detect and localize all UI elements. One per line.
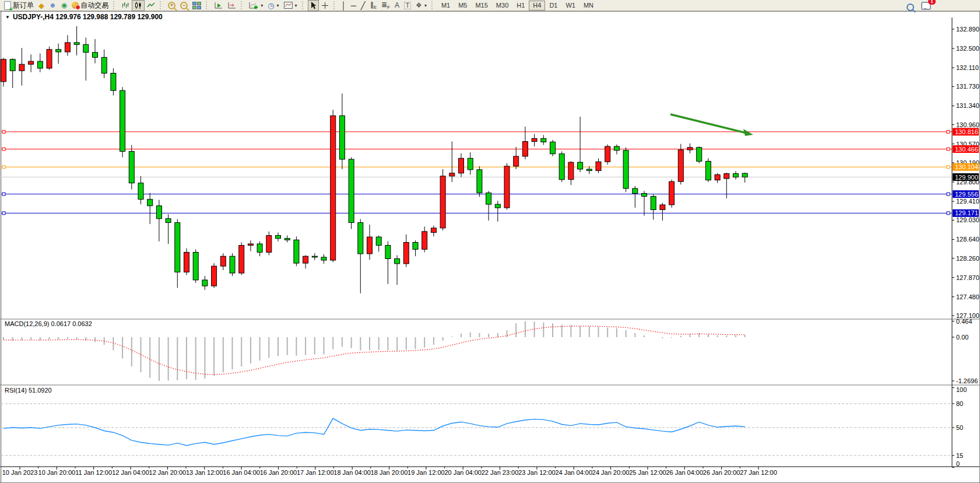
price-axis[interactable]: 132.890132.500132.110131.730131.340130.9…: [952, 18, 979, 467]
mql5-community-button[interactable]: ☻: [47, 0, 59, 11]
timeframe-button-m15[interactable]: M15: [471, 1, 491, 10]
time-axis[interactable]: 10 Jan 202310 Jan 20:0011 Jan 12:0012 Ja…: [1, 467, 979, 476]
tile-windows-icon: [192, 2, 201, 9]
periods-button[interactable]: ◷▾: [265, 0, 281, 11]
toolbar-separator: [333, 1, 337, 9]
line-chart-button[interactable]: [145, 0, 157, 11]
candle: [56, 50, 61, 52]
line-chart-icon: [147, 2, 155, 9]
tile-windows-button[interactable]: [190, 0, 203, 11]
market-watch-button[interactable]: ◆: [36, 0, 47, 11]
price-tick-label: 127.870: [956, 274, 979, 281]
indicators-button[interactable]: ▾: [247, 0, 265, 11]
notifications-button[interactable]: 1: [921, 2, 931, 12]
vertical-line-button[interactable]: │: [339, 0, 349, 11]
candle: [266, 236, 272, 253]
candle: [742, 173, 747, 177]
timeframe-button-m1[interactable]: M1: [437, 1, 454, 10]
candle: [733, 174, 739, 177]
candle: [578, 162, 583, 169]
candle: [596, 162, 601, 170]
dropdown-caret-icon[interactable]: ▾: [261, 3, 263, 8]
time-tick-label: 11 Jan 12:00: [75, 469, 112, 476]
trend-arrow-annotation[interactable]: [670, 114, 749, 134]
time-tick-label: 19 Jan 12:00: [408, 469, 445, 476]
news-button[interactable]: ◉: [59, 0, 69, 11]
zoom-out-button[interactable]: −: [178, 0, 190, 11]
line-handle[interactable]: [2, 166, 5, 169]
time-tick-label: 24 Jan 04:00: [555, 469, 592, 476]
rsi-scale-label: 100: [956, 386, 967, 393]
price-tag-label: 129.171: [955, 209, 978, 216]
timeframe-button-m30[interactable]: M30: [492, 1, 512, 10]
line-handle[interactable]: [947, 148, 950, 150]
cursor-button[interactable]: [308, 0, 319, 11]
candle: [715, 174, 720, 180]
candles: [1, 26, 748, 293]
candle: [294, 240, 299, 263]
person-icon: ☻: [49, 1, 57, 9]
time-tick-label: 12 Jan 20:00: [149, 469, 187, 476]
candle: [459, 158, 464, 173]
candle: [339, 116, 345, 159]
bar-chart-button[interactable]: [119, 0, 132, 11]
candle: [230, 256, 235, 273]
candle: [651, 197, 656, 210]
timeframe-button-w1[interactable]: W1: [561, 1, 579, 10]
chart-shift-button[interactable]: [225, 0, 238, 11]
timeframe-button-d1[interactable]: D1: [545, 1, 561, 10]
equidistant-channel-button[interactable]: ∥E: [368, 0, 379, 11]
dropdown-caret-icon[interactable]: ▾: [276, 3, 279, 8]
price-tick-label: 132.110: [956, 64, 979, 71]
candle: [312, 256, 317, 257]
line-handle[interactable]: [947, 212, 950, 215]
price-tick-label: 132.890: [956, 26, 979, 33]
timeframe-button-mn[interactable]: MN: [579, 1, 598, 10]
candle: [220, 256, 226, 266]
candlestick-chart-button[interactable]: [132, 0, 145, 11]
horizontal-line-button[interactable]: ─: [349, 0, 359, 11]
toolbar-separator: [113, 1, 117, 9]
line-handle[interactable]: [947, 130, 950, 133]
candle: [697, 148, 702, 162]
line-handle[interactable]: [2, 212, 5, 215]
dropdown-caret-icon[interactable]: ▾: [295, 3, 297, 8]
candle: [522, 142, 528, 156]
macd-scale-label: 0.464: [956, 318, 972, 325]
candle: [504, 166, 510, 208]
timeframe-button-m5[interactable]: M5: [454, 1, 471, 10]
line-handle[interactable]: [947, 192, 950, 195]
timeframe-button-h4[interactable]: H4: [529, 1, 545, 10]
time-tick-label: 18 Jan 04:00: [333, 469, 371, 476]
search-icon[interactable]: [907, 4, 914, 11]
macd-indicator-label: MACD(12,26,9) 0.0617 0.0632: [5, 320, 92, 327]
trendline-button[interactable]: ╱: [359, 0, 368, 11]
fibonacci-button[interactable]: ≣F: [379, 0, 392, 11]
line-handle[interactable]: [2, 148, 5, 150]
chevron-down-icon[interactable]: ▼: [5, 15, 10, 20]
candle: [93, 52, 98, 57]
line-handle[interactable]: [947, 166, 950, 169]
text-icon: A: [395, 1, 399, 9]
text-button[interactable]: A: [392, 0, 402, 11]
symbol-ohlc-text: USDJPY-,H4 129.976 129.988 129.789 129.9…: [13, 13, 163, 21]
timeframe-button-h1[interactable]: H1: [512, 1, 529, 10]
crosshair-button[interactable]: [319, 0, 331, 11]
arrows-button[interactable]: ❖▾: [413, 0, 429, 11]
cursor-icon: [310, 2, 317, 9]
templates-button[interactable]: ▾: [282, 0, 300, 11]
line-handle[interactable]: [2, 192, 5, 195]
text-label-button[interactable]: T: [402, 0, 413, 11]
auto-scroll-button[interactable]: [212, 0, 225, 11]
price-tick-label: 131.730: [956, 83, 979, 90]
price-tick-label: 129.030: [956, 216, 979, 223]
auto-trading-button[interactable]: 自动交易: [69, 0, 111, 11]
zoom-in-button[interactable]: +: [166, 0, 178, 11]
dropdown-caret-icon[interactable]: ▾: [424, 3, 427, 8]
candle: [120, 90, 125, 151]
new-order-button[interactable]: +新订单: [2, 0, 36, 11]
chart-shift-icon: [227, 2, 236, 9]
candle: [19, 64, 24, 71]
line-handle[interactable]: [2, 130, 5, 133]
candle: [129, 151, 134, 183]
